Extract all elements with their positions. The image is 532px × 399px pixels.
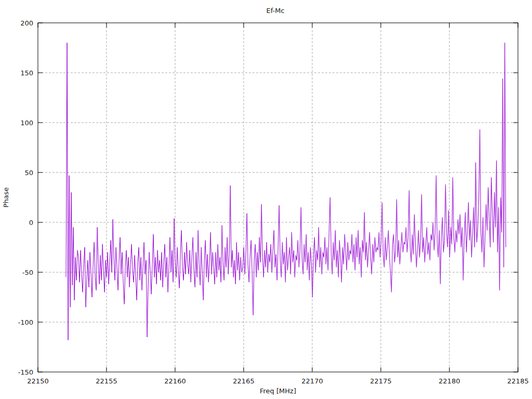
x-tick-label: 22180 <box>438 377 460 385</box>
y-tick-label: -150 <box>18 368 33 376</box>
y-tick-label: 50 <box>24 169 33 177</box>
x-tick-label: 22160 <box>164 377 185 385</box>
data-line <box>66 43 506 340</box>
y-tick-label: 200 <box>20 19 33 27</box>
y-tick-label: 100 <box>20 119 33 127</box>
x-tick-label: 22175 <box>370 377 391 385</box>
x-tick-label: 22170 <box>301 377 323 385</box>
x-tick-label: 22155 <box>96 377 117 385</box>
x-tick-label: 22150 <box>27 377 48 385</box>
y-tick-label: -50 <box>22 269 33 276</box>
x-tick-label: 22165 <box>233 377 254 385</box>
x-tick-label: 22185 <box>507 377 528 385</box>
x-axis-label: Freq [MHz] <box>260 387 296 395</box>
y-tick-label: -100 <box>18 318 33 326</box>
gnuplot-window: 2215022155221602216522170221752218022185… <box>0 0 532 399</box>
y-tick-label: 0 <box>29 219 33 227</box>
y-axis-label: Phase <box>2 188 10 208</box>
chart-title: Ef-Mc <box>266 7 284 15</box>
phase-chart: 2215022155221602216522170221752218022185… <box>0 0 532 399</box>
y-tick-label: 150 <box>20 69 33 77</box>
